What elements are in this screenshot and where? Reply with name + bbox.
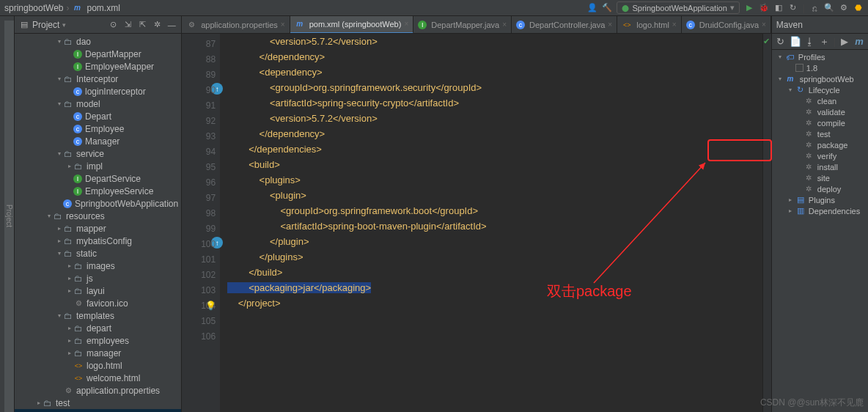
editor-tab[interactable]: logo.html× <box>617 16 681 34</box>
tree-node[interactable]: ▸employees <box>15 334 181 347</box>
project-tree[interactable]: ▾daoDepartMapperEmployeeMapper▾Intercept… <box>15 34 181 412</box>
tree-node[interactable]: Employee <box>15 122 181 135</box>
settings-icon[interactable]: ✲ <box>152 20 162 30</box>
maven-node[interactable]: compile <box>772 117 868 128</box>
close-icon[interactable]: × <box>502 21 507 29</box>
editor-tab[interactable]: DruidConfig.java× <box>682 16 771 34</box>
tree-node[interactable]: ▸test <box>15 397 181 409</box>
maven-node[interactable]: ▸▥Dependencies <box>772 205 868 216</box>
search-icon[interactable]: 🔍 <box>824 3 834 13</box>
profile-icon[interactable]: ↻ <box>788 3 798 13</box>
project-panel: ▤ Project ▾ ⊙ ⇲ ⇱ ✲ — ▾daoDepartMapperEm… <box>15 16 182 412</box>
maven-node[interactable]: verify <box>772 150 868 161</box>
tree-node[interactable]: ▸depart <box>15 322 181 334</box>
tree-node[interactable]: ▾Interceptor <box>15 73 181 85</box>
close-icon[interactable]: × <box>281 21 285 29</box>
folder-icon <box>63 236 73 246</box>
tree-node[interactable]: ▾resources <box>15 210 181 222</box>
maven-node[interactable]: 1.8 <box>772 62 868 73</box>
maven-node[interactable]: ▸▤Plugins <box>772 194 868 205</box>
folder-icon <box>63 74 73 84</box>
tree-node[interactable]: EmployeeMapper <box>15 60 181 73</box>
maven-node[interactable]: ▾springbootWeb <box>772 73 868 84</box>
tree-node[interactable]: ▾service <box>15 147 181 160</box>
m-icon[interactable]: m <box>853 37 865 47</box>
tree-node[interactable]: ▸js <box>15 272 181 284</box>
hide-icon[interactable]: — <box>166 20 177 30</box>
git-icon[interactable]: ⎌ <box>809 3 820 13</box>
tree-node[interactable]: ▸layui <box>15 284 181 297</box>
run-config-selector[interactable]: ⬤ SpringbootWebApplication ▾ <box>617 1 739 14</box>
coverage-icon[interactable]: ◧ <box>773 3 784 13</box>
tree-node[interactable]: Depart <box>15 110 181 122</box>
project-icon: ▤ <box>19 20 29 30</box>
download-icon[interactable]: ⭳ <box>804 37 816 47</box>
tree-node[interactable]: ▾model <box>15 98 181 110</box>
tree-node[interactable]: EmployeeService <box>15 185 181 197</box>
folder-icon <box>73 286 84 296</box>
tips-icon[interactable]: ⬣ <box>853 3 864 13</box>
tree-node[interactable]: DepartMapper <box>15 48 181 60</box>
tree-node[interactable]: loginInterceptor <box>15 85 181 98</box>
debug-icon[interactable]: 🐞 <box>759 3 769 13</box>
run-icon[interactable]: ▶ <box>839 37 850 47</box>
reload-icon[interactable]: ↻ <box>775 37 787 47</box>
tree-node[interactable]: ▸mybatisConfig <box>15 235 181 247</box>
maven-node[interactable]: install <box>772 161 868 172</box>
editor-tab[interactable]: application.properties× <box>182 16 290 34</box>
close-icon[interactable]: × <box>762 21 766 29</box>
editor-tab[interactable]: DepartController.java× <box>512 16 617 34</box>
maven-node[interactable]: ▾↻Lifecycle <box>772 84 868 95</box>
editor-tab[interactable]: DepartMapper.java× <box>413 16 512 34</box>
folder-icon <box>63 149 73 159</box>
tree-node[interactable]: ▸images <box>15 260 181 272</box>
tree-node[interactable]: Manager <box>15 135 181 147</box>
tree-node[interactable]: ▾dao <box>15 35 181 48</box>
tree-node[interactable]: welcome.html <box>15 372 181 384</box>
tree-node[interactable]: DepartService <box>15 172 181 185</box>
maven-node[interactable]: package <box>772 139 868 150</box>
error-stripe[interactable]: ✔ <box>762 34 771 412</box>
user-add-icon[interactable]: 👤 <box>587 3 597 13</box>
generate-icon[interactable]: 📄 <box>790 37 801 47</box>
editor-tabs[interactable]: application.properties×pom.xml (springbo… <box>182 16 771 34</box>
tree-node[interactable]: ▾static <box>15 247 181 260</box>
editor-tab[interactable]: pom.xml (springbootWeb)× <box>290 16 414 34</box>
tree-node[interactable]: ▸impl <box>15 160 181 172</box>
maven-node[interactable]: deploy <box>772 183 868 194</box>
maven-node[interactable]: validate <box>772 106 868 117</box>
breadcrumb-file[interactable]: pom.xml <box>87 3 120 13</box>
maven-node[interactable]: ▾🏷Profiles <box>772 51 868 62</box>
tree-node[interactable]: application.properties <box>15 384 181 397</box>
tree-node[interactable]: SpringbootWebApplication <box>15 197 181 210</box>
breadcrumb-project[interactable]: springbootWeb <box>4 3 64 13</box>
class-icon <box>73 137 82 146</box>
maven-node[interactable]: site <box>772 172 868 183</box>
close-icon[interactable]: × <box>404 20 408 28</box>
collapse-all-icon[interactable]: ⇱ <box>137 20 147 30</box>
iface-icon <box>73 174 82 183</box>
class-icon <box>63 199 72 208</box>
tree-node[interactable]: favicon.ico <box>15 297 181 309</box>
tree-node[interactable]: ▾templates <box>15 309 181 322</box>
close-icon[interactable]: × <box>608 21 612 29</box>
tree-node[interactable]: ▸manager <box>15 347 181 359</box>
code-area[interactable]: <version>5.7.2</version> </dependency> <… <box>220 34 762 412</box>
select-opened-icon[interactable]: ⊙ <box>108 20 118 30</box>
build-icon[interactable]: 🔨 <box>602 3 612 13</box>
tree-node[interactable]: logo.html <box>15 359 181 372</box>
expand-all-icon[interactable]: ⇲ <box>122 20 133 30</box>
project-panel-title: Project <box>32 20 59 30</box>
settings-icon[interactable]: ⚙ <box>839 3 849 13</box>
project-panel-header: ▤ Project ▾ ⊙ ⇲ ⇱ ✲ — <box>15 16 181 34</box>
left-tab-project[interactable]: Project <box>4 21 14 412</box>
close-icon[interactable]: × <box>672 21 677 29</box>
tree-node[interactable]: ▸mapper <box>15 222 181 235</box>
tree-node[interactable]: ▸target <box>15 409 181 412</box>
maven-tree[interactable]: ▾🏷Profiles1.8▾springbootWeb▾↻Lifecyclecl… <box>772 50 868 412</box>
maven-node[interactable]: clean <box>772 95 868 106</box>
run-icon[interactable]: ▶ <box>744 3 754 13</box>
class-icon <box>686 21 695 29</box>
add-icon[interactable]: ＋ <box>819 37 831 47</box>
maven-node[interactable]: test <box>772 128 868 139</box>
